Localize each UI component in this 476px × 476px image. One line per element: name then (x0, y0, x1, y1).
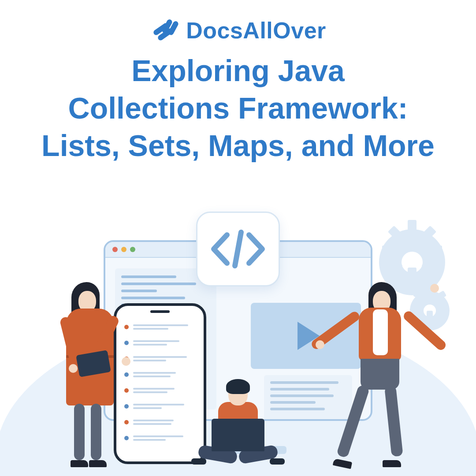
title-line-2: Collections Framework: (68, 91, 408, 125)
person-sitting (194, 379, 282, 467)
svg-line-4 (235, 232, 241, 266)
laptop-icon (212, 419, 264, 451)
person-woman-right (331, 282, 419, 467)
bullet-icon (124, 372, 129, 377)
title-line-3: Lists, Sets, Maps, and More (41, 129, 435, 162)
brand-name: DocsAllOver (186, 17, 326, 44)
bullet-icon (124, 341, 129, 345)
header: DocsAllOver (0, 0, 476, 44)
list-item (124, 370, 196, 379)
code-brackets-icon (209, 227, 267, 271)
phone-notch (150, 310, 170, 313)
bullet-icon (124, 325, 129, 329)
traffic-light-close-icon (112, 247, 118, 252)
bullet-icon (124, 420, 129, 424)
person-woman-left (56, 282, 123, 467)
list-item (124, 354, 196, 363)
code-badge (196, 212, 280, 286)
bullet-icon (124, 388, 129, 393)
title-line-1: Exploring Java (131, 54, 345, 87)
bullet-icon (124, 404, 129, 409)
list-item (124, 418, 196, 427)
list-item (124, 323, 196, 331)
list-item (124, 434, 196, 443)
traffic-light-zoom-icon (130, 247, 135, 252)
bullet-icon (124, 436, 129, 440)
list-item (124, 402, 196, 411)
brand: DocsAllOver (150, 17, 326, 44)
page-title: Exploring Java Collections Framework: Li… (0, 52, 476, 164)
phone-mockup (114, 303, 206, 464)
list-item (124, 386, 196, 395)
hero-illustration (0, 203, 476, 476)
list-item (124, 338, 196, 347)
traffic-light-minimize-icon (121, 247, 126, 252)
brand-logo-icon (150, 17, 181, 44)
